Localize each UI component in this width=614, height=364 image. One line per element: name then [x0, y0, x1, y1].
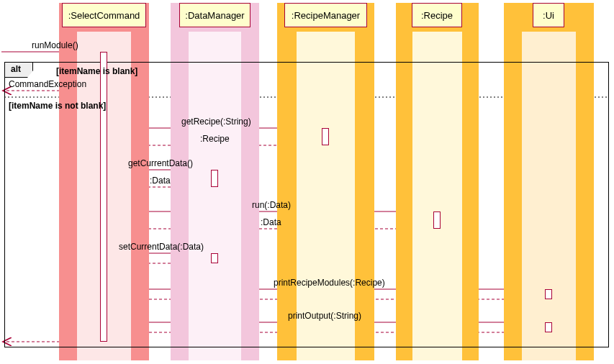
msg-ret-data-1: :Data — [150, 176, 171, 186]
msg-ret-recipe: :Recipe — [200, 134, 230, 144]
msg-print-output: printOutput(:String) — [288, 311, 361, 321]
guard-blank: [itemName is blank] — [56, 66, 137, 76]
activation-recipe — [433, 211, 441, 229]
activation-data-manager-1 — [211, 170, 218, 187]
msg-run: run(:Data) — [252, 200, 291, 210]
activation-recipe-manager — [322, 128, 329, 145]
activation-select-command — [100, 52, 107, 342]
lane-recipe-manager — [277, 3, 374, 360]
participant-label: :SelectCommand — [68, 10, 140, 21]
lane-recipe — [396, 3, 479, 360]
participant-recipe-manager: :RecipeManager — [284, 3, 367, 27]
msg-command-exception: CommandException — [9, 79, 86, 89]
msg-run-module: runModule() — [32, 40, 78, 50]
participant-label: :Recipe — [421, 10, 453, 21]
activation-ui-1 — [545, 289, 552, 299]
msg-get-current-data: getCurrentData() — [128, 158, 193, 168]
participant-label: :DataManager — [185, 10, 244, 21]
activation-data-manager-2 — [211, 253, 218, 263]
participant-recipe: :Recipe — [412, 3, 462, 27]
lane-ui — [504, 3, 594, 360]
msg-print-recipe-modules: printRecipeModules(:Recipe) — [274, 278, 385, 288]
participant-ui: :Ui — [533, 3, 564, 27]
activation-ui-2 — [545, 322, 552, 332]
msg-get-recipe: getRecipe(:String) — [181, 117, 251, 127]
guard-not-blank: [itemName is not blank] — [9, 101, 106, 111]
participant-select-command: :SelectCommand — [62, 3, 146, 27]
msg-set-current-data: setCurrentData(:Data) — [119, 242, 204, 252]
participant-label: :RecipeManager — [292, 10, 360, 21]
participant-data-manager: :DataManager — [179, 3, 250, 27]
msg-ret-data-2: :Data — [261, 217, 281, 227]
participant-label: :Ui — [543, 10, 554, 21]
